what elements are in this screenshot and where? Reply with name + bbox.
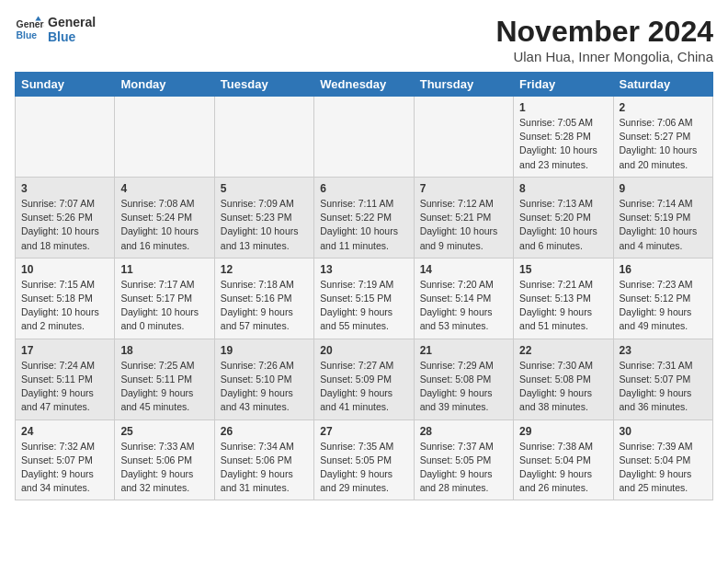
day-cell: 7Sunrise: 7:12 AM Sunset: 5:21 PM Daylig… xyxy=(414,177,513,258)
week-row-1: 1Sunrise: 7:05 AM Sunset: 5:28 PM Daylig… xyxy=(16,97,713,178)
month-title: November 2024 xyxy=(495,15,713,49)
day-info: Sunrise: 7:18 AM Sunset: 5:16 PM Dayligh… xyxy=(221,278,308,334)
day-info: Sunrise: 7:11 AM Sunset: 5:22 PM Dayligh… xyxy=(320,197,407,253)
day-info: Sunrise: 7:37 AM Sunset: 5:05 PM Dayligh… xyxy=(420,440,507,496)
day-number: 15 xyxy=(519,263,607,276)
day-number: 10 xyxy=(21,263,108,276)
day-number: 27 xyxy=(320,425,407,438)
day-cell: 13Sunrise: 7:19 AM Sunset: 5:15 PM Dayli… xyxy=(314,258,414,339)
week-row-3: 10Sunrise: 7:15 AM Sunset: 5:18 PM Dayli… xyxy=(16,258,713,339)
day-cell: 10Sunrise: 7:15 AM Sunset: 5:18 PM Dayli… xyxy=(16,258,115,339)
day-info: Sunrise: 7:30 AM Sunset: 5:08 PM Dayligh… xyxy=(519,359,607,415)
day-cell: 30Sunrise: 7:39 AM Sunset: 5:04 PM Dayli… xyxy=(613,419,712,500)
header-cell-friday: Friday xyxy=(514,73,613,97)
day-cell: 8Sunrise: 7:13 AM Sunset: 5:20 PM Daylig… xyxy=(514,177,613,258)
day-info: Sunrise: 7:07 AM Sunset: 5:26 PM Dayligh… xyxy=(21,197,108,253)
day-cell: 6Sunrise: 7:11 AM Sunset: 5:22 PM Daylig… xyxy=(314,177,414,258)
day-number: 14 xyxy=(420,263,507,276)
day-cell: 28Sunrise: 7:37 AM Sunset: 5:05 PM Dayli… xyxy=(414,419,513,500)
day-number: 9 xyxy=(620,182,707,195)
day-number: 8 xyxy=(519,182,607,195)
week-row-5: 24Sunrise: 7:32 AM Sunset: 5:07 PM Dayli… xyxy=(16,419,713,500)
day-number: 16 xyxy=(620,263,707,276)
day-info: Sunrise: 7:24 AM Sunset: 5:11 PM Dayligh… xyxy=(21,359,108,415)
day-number: 28 xyxy=(420,425,507,438)
day-info: Sunrise: 7:14 AM Sunset: 5:19 PM Dayligh… xyxy=(620,197,707,253)
day-cell: 15Sunrise: 7:21 AM Sunset: 5:13 PM Dayli… xyxy=(514,258,613,339)
day-info: Sunrise: 7:35 AM Sunset: 5:05 PM Dayligh… xyxy=(320,440,407,496)
day-info: Sunrise: 7:25 AM Sunset: 5:11 PM Dayligh… xyxy=(120,359,208,415)
day-info: Sunrise: 7:15 AM Sunset: 5:18 PM Dayligh… xyxy=(21,278,108,334)
day-number: 5 xyxy=(221,182,308,195)
day-info: Sunrise: 7:06 AM Sunset: 5:27 PM Dayligh… xyxy=(620,116,707,172)
day-info: Sunrise: 7:33 AM Sunset: 5:06 PM Dayligh… xyxy=(120,440,208,496)
day-info: Sunrise: 7:13 AM Sunset: 5:20 PM Dayligh… xyxy=(519,197,607,253)
day-number: 4 xyxy=(120,182,208,195)
day-info: Sunrise: 7:27 AM Sunset: 5:09 PM Dayligh… xyxy=(320,359,407,415)
day-cell: 11Sunrise: 7:17 AM Sunset: 5:17 PM Dayli… xyxy=(115,258,214,339)
day-info: Sunrise: 7:05 AM Sunset: 5:28 PM Dayligh… xyxy=(519,116,607,172)
day-info: Sunrise: 7:31 AM Sunset: 5:07 PM Dayligh… xyxy=(620,359,707,415)
day-cell: 22Sunrise: 7:30 AM Sunset: 5:08 PM Dayli… xyxy=(514,339,613,419)
day-number: 12 xyxy=(221,263,308,276)
day-info: Sunrise: 7:26 AM Sunset: 5:10 PM Dayligh… xyxy=(221,359,308,415)
header-cell-tuesday: Tuesday xyxy=(214,73,313,97)
day-number: 21 xyxy=(420,344,507,357)
header-cell-sunday: Sunday xyxy=(16,73,115,97)
day-cell: 12Sunrise: 7:18 AM Sunset: 5:16 PM Dayli… xyxy=(214,258,313,339)
day-info: Sunrise: 7:32 AM Sunset: 5:07 PM Dayligh… xyxy=(21,440,108,496)
day-cell: 2Sunrise: 7:06 AM Sunset: 5:27 PM Daylig… xyxy=(613,97,712,178)
header-row: SundayMondayTuesdayWednesdayThursdayFrid… xyxy=(16,73,713,97)
day-info: Sunrise: 7:17 AM Sunset: 5:17 PM Dayligh… xyxy=(120,278,208,334)
day-cell: 21Sunrise: 7:29 AM Sunset: 5:08 PM Dayli… xyxy=(414,339,513,419)
location-title: Ulan Hua, Inner Mongolia, China xyxy=(495,49,713,64)
day-cell xyxy=(16,97,115,178)
day-cell: 5Sunrise: 7:09 AM Sunset: 5:23 PM Daylig… xyxy=(214,177,313,258)
day-info: Sunrise: 7:39 AM Sunset: 5:04 PM Dayligh… xyxy=(620,440,707,496)
day-info: Sunrise: 7:21 AM Sunset: 5:13 PM Dayligh… xyxy=(519,278,607,334)
day-cell: 1Sunrise: 7:05 AM Sunset: 5:28 PM Daylig… xyxy=(514,97,613,178)
day-info: Sunrise: 7:29 AM Sunset: 5:08 PM Dayligh… xyxy=(420,359,507,415)
day-number: 23 xyxy=(620,344,707,357)
day-cell: 27Sunrise: 7:35 AM Sunset: 5:05 PM Dayli… xyxy=(314,419,414,500)
day-cell xyxy=(214,97,313,178)
day-cell xyxy=(414,97,513,178)
logo-line2: Blue xyxy=(48,29,96,44)
day-info: Sunrise: 7:19 AM Sunset: 5:15 PM Dayligh… xyxy=(320,278,407,334)
page-header: General Blue General Blue November 2024 … xyxy=(15,15,713,64)
day-cell: 25Sunrise: 7:33 AM Sunset: 5:06 PM Dayli… xyxy=(115,419,214,500)
day-number: 11 xyxy=(120,263,208,276)
day-number: 18 xyxy=(120,344,208,357)
day-cell: 24Sunrise: 7:32 AM Sunset: 5:07 PM Dayli… xyxy=(16,419,115,500)
week-row-4: 17Sunrise: 7:24 AM Sunset: 5:11 PM Dayli… xyxy=(16,339,713,419)
svg-text:General: General xyxy=(17,19,44,29)
svg-marker-2 xyxy=(35,17,40,21)
day-number: 6 xyxy=(320,182,407,195)
day-cell: 18Sunrise: 7:25 AM Sunset: 5:11 PM Dayli… xyxy=(115,339,214,419)
day-cell: 3Sunrise: 7:07 AM Sunset: 5:26 PM Daylig… xyxy=(16,177,115,258)
day-cell: 20Sunrise: 7:27 AM Sunset: 5:09 PM Dayli… xyxy=(314,339,414,419)
day-info: Sunrise: 7:12 AM Sunset: 5:21 PM Dayligh… xyxy=(420,197,507,253)
day-info: Sunrise: 7:09 AM Sunset: 5:23 PM Dayligh… xyxy=(221,197,308,253)
day-cell xyxy=(314,97,414,178)
day-cell: 14Sunrise: 7:20 AM Sunset: 5:14 PM Dayli… xyxy=(414,258,513,339)
calendar-table: SundayMondayTuesdayWednesdayThursdayFrid… xyxy=(15,72,713,500)
day-number: 13 xyxy=(320,263,407,276)
day-number: 2 xyxy=(620,101,707,114)
day-cell: 26Sunrise: 7:34 AM Sunset: 5:06 PM Dayli… xyxy=(214,419,313,500)
title-area: November 2024 Ulan Hua, Inner Mongolia, … xyxy=(495,15,713,64)
header-cell-monday: Monday xyxy=(115,73,214,97)
header-cell-wednesday: Wednesday xyxy=(314,73,414,97)
day-number: 26 xyxy=(221,425,308,438)
day-info: Sunrise: 7:38 AM Sunset: 5:04 PM Dayligh… xyxy=(519,440,607,496)
logo-line1: General xyxy=(48,15,96,29)
day-number: 20 xyxy=(320,344,407,357)
day-number: 3 xyxy=(21,182,108,195)
logo-icon: General Blue xyxy=(15,15,44,44)
day-cell: 16Sunrise: 7:23 AM Sunset: 5:12 PM Dayli… xyxy=(613,258,712,339)
day-info: Sunrise: 7:34 AM Sunset: 5:06 PM Dayligh… xyxy=(221,440,308,496)
day-info: Sunrise: 7:08 AM Sunset: 5:24 PM Dayligh… xyxy=(120,197,208,253)
day-cell: 17Sunrise: 7:24 AM Sunset: 5:11 PM Dayli… xyxy=(16,339,115,419)
day-number: 29 xyxy=(519,425,607,438)
day-number: 22 xyxy=(519,344,607,357)
